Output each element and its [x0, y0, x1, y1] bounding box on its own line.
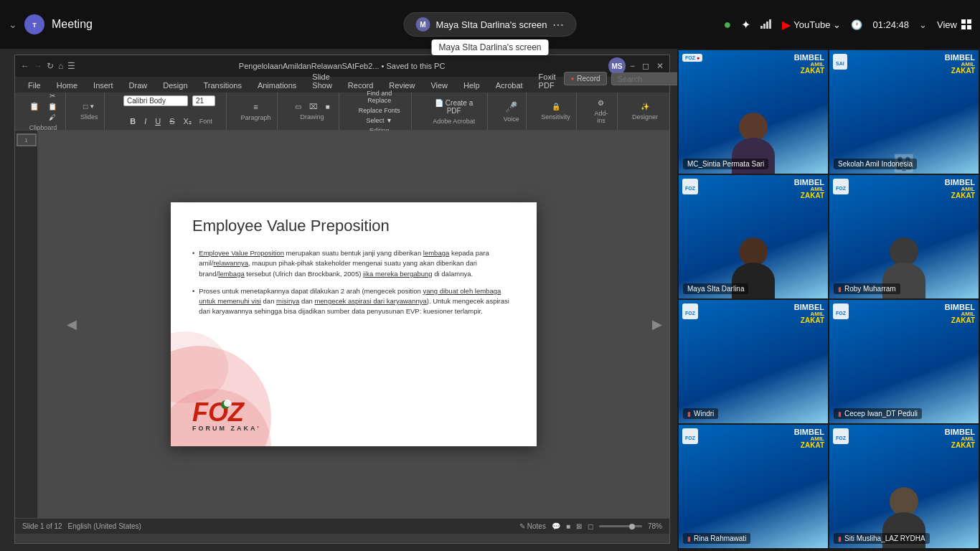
refresh-icon[interactable]: ↻ — [47, 61, 54, 71]
italic-button[interactable]: I — [141, 116, 150, 128]
signal-icon — [760, 19, 772, 31]
zoom-slider[interactable] — [599, 525, 642, 527]
search-input[interactable] — [611, 72, 677, 85]
slide-content: Employee Value Preposition • Employee Va… — [192, 217, 515, 324]
participant-bg: FOZ BIMBEL AMIL ZAKAT — [679, 425, 828, 548]
sensitivity-button[interactable]: 🔒 — [549, 102, 563, 111]
tab-animations[interactable]: Animations — [250, 80, 303, 93]
powerpoint-window: ← → ↻ ⌂ ☰ PengelolaanAmildanRelawanSAtFe… — [14, 55, 670, 544]
forward-icon[interactable]: → — [34, 61, 42, 71]
new-slide-button[interactable]: □▼ — [80, 102, 98, 111]
teams-icon: T — [24, 14, 44, 34]
mic-off-icon: ▮ — [838, 535, 842, 542]
tab-view[interactable]: View — [423, 80, 455, 93]
participant-tile-rina: FOZ BIMBEL AMIL ZAKAT ▮ Rina Rahmawati — [679, 425, 828, 548]
settings-icon[interactable]: ☰ — [67, 61, 75, 71]
foz-crescent — [220, 399, 231, 410]
cut-button[interactable]: ✂ — [45, 91, 60, 100]
record-button[interactable]: ● Record — [564, 72, 606, 85]
slide-number: Slide 1 of 12 — [22, 522, 62, 530]
font-label: Font — [199, 118, 212, 125]
shapes-button[interactable]: ▭ — [292, 102, 304, 111]
bold-button[interactable]: B — [126, 116, 139, 128]
screen-share-tab[interactable]: M Maya SIta Darlina's screen ⋯ — [404, 12, 577, 37]
addins-button[interactable]: ⚙ — [595, 98, 607, 108]
zoom-thumb — [629, 524, 635, 529]
mic-off-icon: ▮ — [687, 410, 691, 418]
next-slide-button[interactable]: ▶ — [652, 316, 662, 332]
tab-insert[interactable]: Insert — [86, 80, 121, 93]
tab-transitions[interactable]: Transitions — [197, 80, 249, 93]
bullets-button[interactable]: ≡ — [250, 102, 260, 112]
participant-name-text: MC_Sintia Permata Sari — [687, 160, 764, 168]
notes-button[interactable]: ✎ Notes — [519, 522, 546, 530]
record-dot: ● — [570, 75, 574, 82]
select-button[interactable]: Select ▼ — [354, 116, 405, 125]
bimbel-zakat: ZAKAT — [801, 67, 824, 75]
drawing-group: ▭ ⌧ ■ Drawing — [286, 93, 339, 130]
tab-draw[interactable]: Draw — [122, 80, 155, 93]
tab-slideshow[interactable]: Slide Show — [305, 71, 339, 93]
designer-label: Designer — [632, 113, 658, 121]
participants-panel: FOZ ● BIMBEL AMIL ZAKAT MC_Sintia Perma — [677, 49, 980, 551]
participant-name-text: Windri — [694, 410, 714, 418]
quick-styles-button[interactable]: ■ — [323, 102, 333, 111]
paragraph-label: Paragraph — [241, 114, 271, 121]
view-grid-button[interactable]: ⊠ — [576, 522, 582, 530]
screen-share-name: Maya SIta Darlina's screen — [436, 19, 547, 30]
format-painter-button[interactable]: 🖌 — [45, 113, 60, 122]
participant-tile-cecep: FOZ BIMBEL AMIL ZAKAT ▮ Cecep Iwan_DT Pe… — [829, 300, 979, 423]
tab-design[interactable]: Design — [156, 80, 194, 93]
dictate-button[interactable]: 🎤 — [502, 100, 520, 113]
main-content: ← → ↻ ⌂ ☰ PengelolaanAmildanRelawanSAtFe… — [0, 49, 980, 551]
copy-button[interactable]: 📋 — [45, 102, 60, 111]
chevron-down-icon[interactable]: ⌄ — [9, 19, 17, 30]
arrange-button[interactable]: ⌧ — [306, 102, 321, 111]
paste-button[interactable]: 📋 — [27, 101, 42, 112]
prev-slide-button[interactable]: ◀ — [67, 316, 77, 332]
font-name-input[interactable] — [123, 95, 188, 106]
tab-acrobat[interactable]: Acrobat — [489, 80, 530, 93]
underline-button[interactable]: U — [151, 116, 164, 128]
home-icon[interactable]: ⌂ — [58, 61, 63, 71]
slide-main: ◀ ▶ Employee Value Preposition • — [38, 131, 669, 518]
participant-bg: FOZ BIMBEL AMIL ZAKAT — [829, 425, 979, 548]
replace-fonts-button[interactable]: Replace Fonts — [354, 106, 405, 115]
ppt-nav-icons: ← → ↻ ⌂ ☰ — [21, 61, 75, 71]
adobe-label: Adobe Acrobat — [433, 118, 475, 125]
participant-bg: FOZ BIMBEL AMIL ZAKAT — [829, 300, 979, 423]
tab-help[interactable]: Help — [456, 80, 487, 93]
svg-point-7 — [224, 400, 231, 407]
sensitivity-group: 🔒 Sensitivity — [535, 93, 577, 130]
time-display: 01:24:48 — [872, 19, 909, 30]
find-replace-button[interactable]: Find and Replace — [354, 89, 405, 105]
participant-bg: FOZ ● BIMBEL AMIL ZAKAT — [679, 50, 828, 174]
ppt-body: 1 ◀ ▶ Employee Value Preposition — [15, 131, 669, 518]
shield-icon: ● — [723, 17, 731, 32]
participant-name-text: Rina Rahmawati — [694, 534, 746, 542]
view-reading-button[interactable]: ◻ — [588, 522, 593, 530]
create-pdf-button[interactable]: 📄 Create a PDF — [426, 98, 481, 116]
designer-button[interactable]: ✨ — [638, 102, 652, 111]
font-size-input[interactable] — [192, 95, 215, 106]
tab-foxitpdf[interactable]: Foxit PDF — [532, 71, 563, 93]
adobe-group: 📄 Create a PDF Adobe Acrobat — [420, 93, 488, 130]
slide-panel: 1 — [15, 131, 38, 518]
participant-name: Sekolah Amil Indonesia — [834, 159, 917, 169]
language-label: English (United States) — [68, 522, 141, 530]
subscript-button[interactable]: X₂ — [179, 116, 194, 128]
spark-icon: ✦ — [741, 18, 750, 32]
view-button[interactable]: View — [937, 19, 971, 30]
sensitivity-label: Sensitivity — [541, 113, 570, 121]
view-normal-button[interactable]: ■ — [566, 522, 570, 530]
youtube-button[interactable]: ▶ YouTube ⌄ — [782, 18, 841, 32]
more-options-icon[interactable]: ⋯ — [552, 18, 564, 32]
participant-name-text: Cecep Iwan_DT Peduli — [844, 410, 918, 418]
comments-button[interactable]: 💬 — [552, 522, 560, 530]
participant-name: MC_Sintia Permata Sari — [683, 159, 768, 169]
top-bar-right: ● ✦ ▶ YouTube ⌄ 🕐 01:24:48 ⌄ View — [723, 17, 971, 32]
back-icon[interactable]: ← — [21, 61, 29, 71]
participant-name: ▮ Siti Musliha_LAZ RYDHA — [834, 533, 930, 544]
strikethrough-button[interactable]: S — [166, 116, 178, 128]
participant-tile-mc-sintia: FOZ ● BIMBEL AMIL ZAKAT MC_Sintia Perma — [679, 50, 828, 174]
